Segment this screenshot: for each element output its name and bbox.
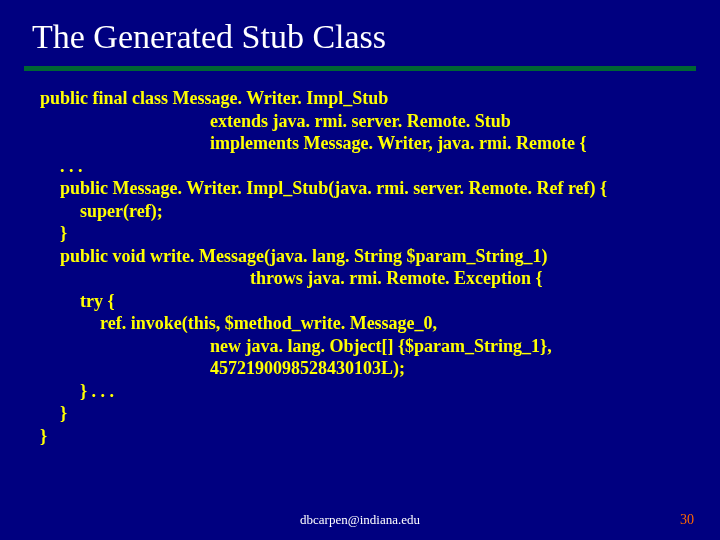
code-line: 4572190098528430103L);: [40, 357, 688, 380]
footer-email: dbcarpen@indiana.edu: [0, 512, 720, 528]
code-line: . . .: [40, 155, 688, 178]
code-line: public Message. Writer. Impl_Stub(java. …: [40, 177, 688, 200]
code-line: throws java. rmi. Remote. Exception {: [40, 267, 688, 290]
code-line: implements Message. Writer, java. rmi. R…: [40, 132, 688, 155]
code-line: extends java. rmi. server. Remote. Stub: [40, 110, 688, 133]
code-line: try {: [40, 290, 688, 313]
code-line: new java. lang. Object[] {$param_String_…: [40, 335, 688, 358]
slide-title: The Generated Stub Class: [0, 0, 720, 64]
code-line: }: [40, 222, 688, 245]
code-line: public final class Message. Writer. Impl…: [40, 87, 688, 110]
code-line: super(ref);: [40, 200, 688, 223]
page-number: 30: [680, 512, 694, 528]
code-line: } . . .: [40, 380, 688, 403]
code-line: }: [40, 402, 688, 425]
code-block: public final class Message. Writer. Impl…: [0, 71, 720, 447]
code-line: }: [40, 425, 688, 448]
code-line: ref. invoke(this, $method_write. Message…: [40, 312, 688, 335]
code-line: public void write. Message(java. lang. S…: [40, 245, 688, 268]
